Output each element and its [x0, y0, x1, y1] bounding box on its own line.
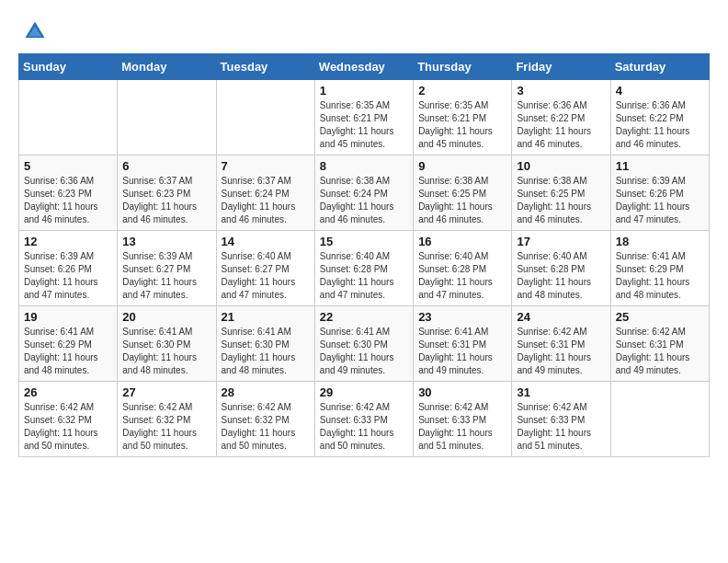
- calendar-cell: 12Sunrise: 6:39 AM Sunset: 6:26 PM Dayli…: [19, 231, 118, 306]
- day-info: Sunrise: 6:37 AM Sunset: 6:23 PM Dayligh…: [122, 175, 210, 226]
- day-info: Sunrise: 6:40 AM Sunset: 6:27 PM Dayligh…: [222, 250, 310, 302]
- day-info: Sunrise: 6:36 AM Sunset: 6:22 PM Dayligh…: [616, 99, 704, 151]
- week-row-4: 19Sunrise: 6:41 AM Sunset: 6:29 PM Dayli…: [19, 306, 710, 382]
- calendar-cell: 18Sunrise: 6:41 AM Sunset: 6:29 PM Dayli…: [610, 231, 709, 306]
- day-number: 2: [418, 84, 506, 98]
- day-number: 20: [122, 310, 210, 324]
- calendar-cell: 26Sunrise: 6:42 AM Sunset: 6:32 PM Dayli…: [19, 382, 118, 457]
- logo-icon: [22, 18, 48, 44]
- calendar-cell: 27Sunrise: 6:42 AM Sunset: 6:32 PM Dayli…: [118, 382, 216, 457]
- day-number: 15: [320, 235, 408, 248]
- day-number: 18: [616, 235, 704, 248]
- day-number: 5: [24, 159, 112, 173]
- calendar-cell: 2Sunrise: 6:35 AM Sunset: 6:21 PM Daylig…: [414, 80, 512, 155]
- day-info: Sunrise: 6:42 AM Sunset: 6:31 PM Dayligh…: [517, 326, 605, 377]
- weekday-header-row: SundayMondayTuesdayWednesdayThursdayFrid…: [19, 54, 710, 80]
- calendar-cell: 8Sunrise: 6:38 AM Sunset: 6:24 PM Daylig…: [314, 155, 413, 231]
- calendar-cell: 9Sunrise: 6:38 AM Sunset: 6:25 PM Daylig…: [414, 155, 512, 231]
- day-number: 1: [320, 84, 408, 98]
- calendar-cell: 31Sunrise: 6:42 AM Sunset: 6:33 PM Dayli…: [512, 382, 610, 457]
- weekday-thursday: Thursday: [414, 54, 512, 80]
- day-number: 30: [418, 385, 506, 399]
- day-number: 27: [122, 385, 210, 399]
- calendar-cell: 20Sunrise: 6:41 AM Sunset: 6:30 PM Dayli…: [118, 306, 216, 382]
- day-number: 11: [616, 159, 704, 173]
- day-number: 21: [222, 310, 310, 324]
- calendar-cell: 23Sunrise: 6:41 AM Sunset: 6:31 PM Dayli…: [414, 306, 512, 382]
- day-number: 7: [222, 159, 310, 173]
- day-info: Sunrise: 6:40 AM Sunset: 6:28 PM Dayligh…: [320, 250, 408, 302]
- day-number: 24: [517, 310, 605, 324]
- day-info: Sunrise: 6:41 AM Sunset: 6:30 PM Dayligh…: [222, 326, 310, 377]
- day-number: 17: [517, 235, 605, 248]
- calendar-cell: 29Sunrise: 6:42 AM Sunset: 6:33 PM Dayli…: [314, 382, 413, 457]
- day-info: Sunrise: 6:41 AM Sunset: 6:30 PM Dayligh…: [122, 326, 210, 377]
- calendar-cell: 21Sunrise: 6:41 AM Sunset: 6:30 PM Dayli…: [216, 306, 314, 382]
- day-info: Sunrise: 6:40 AM Sunset: 6:28 PM Dayligh…: [418, 250, 506, 302]
- day-info: Sunrise: 6:39 AM Sunset: 6:26 PM Dayligh…: [24, 250, 112, 302]
- calendar-cell: 10Sunrise: 6:38 AM Sunset: 6:25 PM Dayli…: [512, 155, 610, 231]
- day-number: 12: [24, 235, 112, 248]
- calendar-cell: 15Sunrise: 6:40 AM Sunset: 6:28 PM Dayli…: [314, 231, 413, 306]
- day-number: 26: [24, 385, 112, 399]
- calendar-cell: 7Sunrise: 6:37 AM Sunset: 6:24 PM Daylig…: [216, 155, 314, 231]
- calendar-cell: 3Sunrise: 6:36 AM Sunset: 6:22 PM Daylig…: [512, 80, 610, 155]
- calendar-cell: 28Sunrise: 6:42 AM Sunset: 6:32 PM Dayli…: [216, 382, 314, 457]
- day-info: Sunrise: 6:38 AM Sunset: 6:25 PM Dayligh…: [418, 175, 506, 226]
- calendar-cell: 4Sunrise: 6:36 AM Sunset: 6:22 PM Daylig…: [610, 80, 709, 155]
- day-number: 25: [616, 310, 704, 324]
- day-info: Sunrise: 6:35 AM Sunset: 6:21 PM Dayligh…: [320, 99, 408, 151]
- day-info: Sunrise: 6:41 AM Sunset: 6:29 PM Dayligh…: [24, 326, 112, 377]
- day-info: Sunrise: 6:42 AM Sunset: 6:33 PM Dayligh…: [320, 401, 408, 453]
- weekday-monday: Monday: [118, 54, 216, 80]
- day-info: Sunrise: 6:41 AM Sunset: 6:29 PM Dayligh…: [616, 250, 704, 302]
- day-number: 3: [517, 84, 605, 98]
- calendar-cell: 14Sunrise: 6:40 AM Sunset: 6:27 PM Dayli…: [216, 231, 314, 306]
- day-info: Sunrise: 6:39 AM Sunset: 6:26 PM Dayligh…: [616, 175, 704, 226]
- day-number: 22: [320, 310, 408, 324]
- day-number: 14: [222, 235, 310, 248]
- calendar-cell: 6Sunrise: 6:37 AM Sunset: 6:23 PM Daylig…: [118, 155, 216, 231]
- calendar-cell: 16Sunrise: 6:40 AM Sunset: 6:28 PM Dayli…: [414, 231, 512, 306]
- day-number: 10: [517, 159, 605, 173]
- page: SundayMondayTuesdayWednesdayThursdayFrid…: [0, 0, 728, 476]
- day-info: Sunrise: 6:42 AM Sunset: 6:32 PM Dayligh…: [222, 401, 310, 453]
- day-number: 23: [418, 310, 506, 324]
- header: [18, 18, 710, 44]
- day-info: Sunrise: 6:36 AM Sunset: 6:23 PM Dayligh…: [24, 175, 112, 226]
- calendar-cell: 17Sunrise: 6:40 AM Sunset: 6:28 PM Dayli…: [512, 231, 610, 306]
- day-info: Sunrise: 6:35 AM Sunset: 6:21 PM Dayligh…: [418, 99, 506, 151]
- day-info: Sunrise: 6:37 AM Sunset: 6:24 PM Dayligh…: [222, 175, 310, 226]
- day-number: 29: [320, 385, 408, 399]
- calendar-cell: 11Sunrise: 6:39 AM Sunset: 6:26 PM Dayli…: [610, 155, 709, 231]
- week-row-3: 12Sunrise: 6:39 AM Sunset: 6:26 PM Dayli…: [19, 231, 710, 306]
- calendar-cell: [610, 382, 709, 457]
- calendar-cell: 25Sunrise: 6:42 AM Sunset: 6:31 PM Dayli…: [610, 306, 709, 382]
- day-number: 6: [122, 159, 210, 173]
- day-number: 9: [418, 159, 506, 173]
- week-row-2: 5Sunrise: 6:36 AM Sunset: 6:23 PM Daylig…: [19, 155, 710, 231]
- calendar-cell: 5Sunrise: 6:36 AM Sunset: 6:23 PM Daylig…: [19, 155, 118, 231]
- day-info: Sunrise: 6:42 AM Sunset: 6:31 PM Dayligh…: [616, 326, 704, 377]
- weekday-tuesday: Tuesday: [216, 54, 314, 80]
- weekday-wednesday: Wednesday: [314, 54, 413, 80]
- calendar-cell: [216, 80, 314, 155]
- calendar-cell: 13Sunrise: 6:39 AM Sunset: 6:27 PM Dayli…: [118, 231, 216, 306]
- day-info: Sunrise: 6:38 AM Sunset: 6:25 PM Dayligh…: [517, 175, 605, 226]
- calendar-cell: [19, 80, 118, 155]
- weekday-saturday: Saturday: [610, 54, 709, 80]
- day-info: Sunrise: 6:42 AM Sunset: 6:32 PM Dayligh…: [122, 401, 210, 453]
- day-number: 31: [517, 385, 605, 399]
- day-info: Sunrise: 6:39 AM Sunset: 6:27 PM Dayligh…: [122, 250, 210, 302]
- day-info: Sunrise: 6:42 AM Sunset: 6:33 PM Dayligh…: [418, 401, 506, 453]
- day-info: Sunrise: 6:40 AM Sunset: 6:28 PM Dayligh…: [517, 250, 605, 302]
- logo: [18, 18, 48, 44]
- day-info: Sunrise: 6:38 AM Sunset: 6:24 PM Dayligh…: [320, 175, 408, 226]
- week-row-1: 1Sunrise: 6:35 AM Sunset: 6:21 PM Daylig…: [19, 80, 710, 155]
- week-row-5: 26Sunrise: 6:42 AM Sunset: 6:32 PM Dayli…: [19, 382, 710, 457]
- day-info: Sunrise: 6:42 AM Sunset: 6:33 PM Dayligh…: [517, 401, 605, 453]
- day-number: 16: [418, 235, 506, 248]
- weekday-friday: Friday: [512, 54, 610, 80]
- calendar-cell: 24Sunrise: 6:42 AM Sunset: 6:31 PM Dayli…: [512, 306, 610, 382]
- day-number: 28: [222, 385, 310, 399]
